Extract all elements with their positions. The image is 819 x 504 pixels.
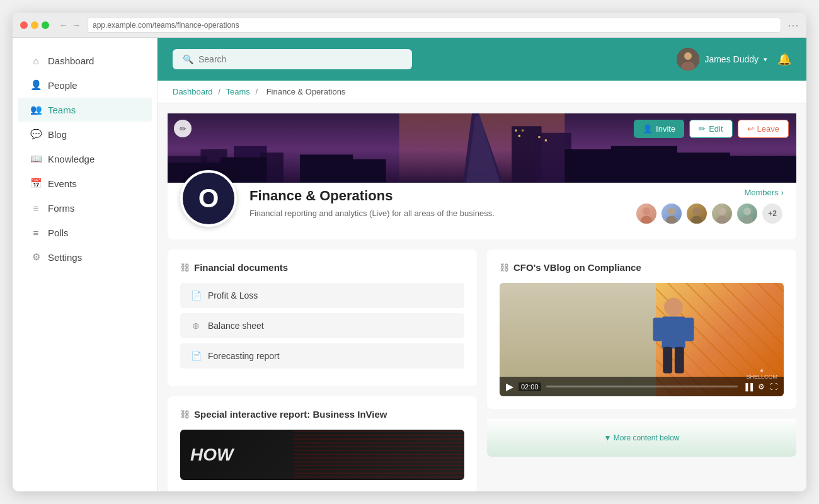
- financial-docs-card: ⛓ Financial documents 📄 Profit & Loss ⊕ …: [168, 249, 477, 386]
- search-input[interactable]: [198, 54, 402, 64]
- window-controls: [20, 21, 49, 29]
- svg-rect-42: [675, 347, 684, 374]
- settings-icon: ⚙: [30, 251, 42, 263]
- sidebar-item-label: Blog: [48, 129, 67, 140]
- notification-bell-icon[interactable]: 🔔: [777, 52, 791, 66]
- special-report-title: ⛓ Special interactive report: Business I…: [180, 409, 464, 420]
- svg-point-34: [716, 216, 728, 225]
- decorative-pattern: [294, 430, 464, 480]
- doc-icon: 📄: [190, 351, 202, 361]
- chevron-right-icon: ›: [781, 188, 784, 197]
- team-info: O Finance & Operations Financial reporti…: [168, 183, 796, 239]
- video-thumbnail[interactable]: ▶ 02:00 ▐▐ ⚙ ⛶ ★ SHELLCOM: [500, 283, 784, 396]
- sidebar-item-label: Polls: [48, 227, 69, 238]
- doc-item-balance-sheet[interactable]: ⊕ Balance sheet: [180, 313, 464, 338]
- forward-arrow[interactable]: →: [72, 20, 81, 30]
- main-content: 🔍 James Duddy ▾: [158, 38, 806, 491]
- maximize-dot[interactable]: [42, 21, 49, 29]
- invite-icon: 👤: [643, 124, 653, 134]
- browser-menu-icon[interactable]: ⋯: [788, 18, 799, 32]
- breadcrumb-separator: /: [218, 87, 222, 96]
- sidebar-item-knowledge[interactable]: 📖 Knowledge: [18, 147, 152, 171]
- right-column: ⛓ CFO's VBlog on Compliance: [487, 249, 796, 491]
- sidebar-item-label: Settings: [48, 252, 82, 263]
- video-progress-bar[interactable]: [546, 386, 738, 387]
- header-right: James Duddy ▾ 🔔: [677, 48, 791, 71]
- sidebar-item-polls[interactable]: ≡ Polls: [18, 220, 152, 244]
- volume-icon[interactable]: ▐▐: [743, 383, 753, 391]
- doc-item-profit-loss[interactable]: 📄 Profit & Loss: [180, 283, 464, 308]
- polls-icon: ≡: [30, 227, 42, 238]
- browser-nav: ← →: [59, 20, 81, 30]
- url-bar[interactable]: app.example.com/teams/finance-operations: [87, 18, 781, 33]
- people-icon: 👤: [30, 79, 42, 91]
- sidebar-item-label: Forms: [48, 203, 75, 214]
- teams-icon: 👥: [30, 104, 42, 115]
- svg-point-27: [643, 207, 650, 215]
- special-report-preview[interactable]: HOW: [180, 430, 464, 480]
- sidebar-item-settings[interactable]: ⚙ Settings: [18, 245, 152, 269]
- sidebar-item-label: People: [48, 80, 77, 91]
- svg-rect-40: [684, 318, 694, 341]
- sidebar: ⌂ Dashboard 👤 People 👥 Teams 💬 Blog 📖 Kn…: [13, 38, 158, 491]
- browser-chrome-bar: ← → app.example.com/teams/finance-operat…: [13, 13, 806, 38]
- doc-icon: 📄: [190, 290, 202, 301]
- close-dot[interactable]: [20, 21, 28, 29]
- member-avatar[interactable]: [685, 202, 708, 225]
- video-settings-icon[interactable]: ⚙: [758, 382, 765, 391]
- svg-rect-38: [662, 316, 685, 348]
- special-report-card: ⛓ Special interactive report: Business I…: [168, 396, 477, 491]
- members-section: Members ›: [635, 183, 784, 225]
- invite-button[interactable]: 👤 Invite: [634, 120, 684, 138]
- svg-rect-13: [515, 129, 517, 131]
- link-icon: ⛓: [180, 410, 189, 420]
- banner-image: ✏ 👤 Invite ✏ Edit ↩ Leave: [168, 113, 796, 189]
- sidebar-item-label: Teams: [48, 105, 76, 115]
- svg-point-30: [666, 216, 677, 225]
- edit-icon: ✏: [699, 124, 706, 134]
- svg-rect-15: [518, 135, 520, 137]
- sidebar-item-teams[interactable]: 👥 Teams: [18, 98, 152, 122]
- breadcrumb-current: Finance & Operations: [266, 87, 346, 96]
- banner-edit-button[interactable]: ✏: [174, 120, 192, 137]
- breadcrumb-dashboard[interactable]: Dashboard: [173, 87, 213, 96]
- fullscreen-icon[interactable]: ⛶: [770, 382, 777, 391]
- sidebar-item-people[interactable]: 👤 People: [18, 73, 152, 97]
- team-name: Finance & Operations: [249, 188, 622, 204]
- member-avatar[interactable]: [711, 202, 733, 225]
- member-avatar[interactable]: [660, 202, 683, 225]
- svg-rect-39: [653, 318, 662, 341]
- sidebar-item-dashboard[interactable]: ⌂ Dashboard: [18, 49, 152, 72]
- svg-point-37: [664, 298, 683, 317]
- user-profile[interactable]: James Duddy ▾: [677, 48, 767, 71]
- two-column-layout: ⛓ Financial documents 📄 Profit & Loss ⊕ …: [158, 249, 806, 491]
- back-arrow[interactable]: ←: [59, 20, 68, 30]
- sidebar-item-events[interactable]: 📅 Events: [18, 171, 152, 195]
- member-avatars: +2: [635, 202, 784, 225]
- scroll-hint-text: ▼ More content below: [604, 433, 680, 442]
- breadcrumb-teams[interactable]: Teams: [226, 87, 249, 96]
- watermark-text: SHELLCOM: [746, 374, 777, 380]
- leave-button[interactable]: ↩ Leave: [738, 120, 789, 138]
- edit-button[interactable]: ✏ Edit: [689, 120, 732, 138]
- member-avatar[interactable]: [635, 202, 658, 225]
- link-icon: ⛓: [500, 263, 508, 273]
- svg-point-32: [691, 216, 702, 225]
- member-avatar[interactable]: [736, 202, 759, 225]
- scroll-hint: ▼ More content below: [487, 419, 796, 457]
- member-count-extra[interactable]: +2: [761, 202, 784, 225]
- search-bar[interactable]: 🔍: [173, 49, 412, 69]
- members-link[interactable]: Members ›: [635, 188, 784, 197]
- video-time: 02:00: [518, 382, 541, 391]
- minimize-dot[interactable]: [31, 21, 38, 29]
- video-controls: ▶ 02:00 ▐▐ ⚙ ⛶: [500, 377, 784, 396]
- sidebar-item-blog[interactable]: 💬 Blog: [18, 122, 152, 146]
- breadcrumb-separator: /: [255, 87, 260, 96]
- sidebar-item-forms[interactable]: ≡ Forms: [18, 196, 152, 220]
- doc-item-forecasting[interactable]: 📄 Forecasting report: [180, 343, 464, 369]
- link-icon: ⛓: [180, 263, 189, 273]
- sidebar-item-label: Knowledge: [48, 154, 94, 164]
- play-button[interactable]: ▶: [506, 381, 513, 392]
- watermark-star: ★: [746, 367, 777, 374]
- svg-point-1: [684, 52, 692, 60]
